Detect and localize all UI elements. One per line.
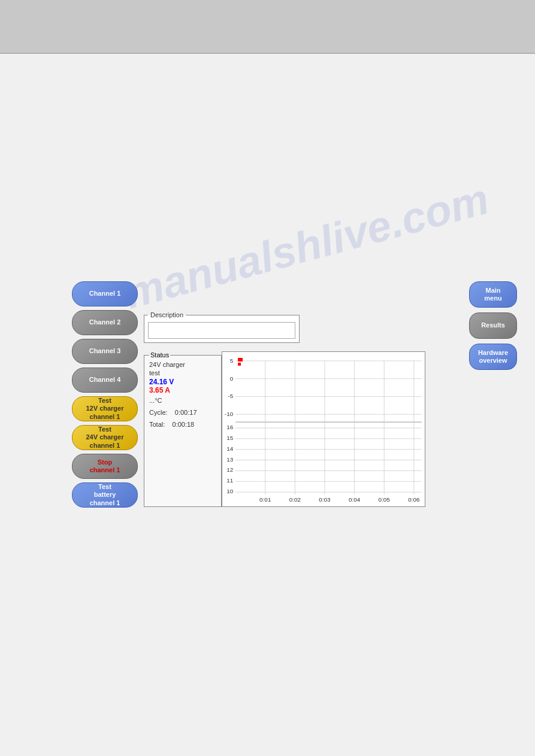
svg-text:0:03: 0:03 [319, 496, 331, 503]
svg-text:-5: -5 [228, 393, 233, 399]
cycle-value: 0:00:17 [175, 409, 197, 416]
channel2-button[interactable]: Channel 2 [72, 310, 138, 335]
cycle-label: Cycle: [149, 409, 168, 416]
status-chart-row: Status 24V charger test 24.16 V 3.65 A .… [144, 351, 425, 507]
stop-button[interactable]: Stop channel 1 [72, 454, 138, 479]
status-temp: ...°C [149, 397, 216, 404]
test12v-button[interactable]: Test 12V charger channel 1 [72, 396, 138, 421]
svg-text:0:01: 0:01 [259, 496, 271, 503]
svg-text:0:05: 0:05 [379, 496, 391, 503]
svg-text:0:04: 0:04 [349, 496, 361, 503]
status-cycle: Cycle: 0:00:17 [149, 409, 216, 416]
svg-text:5: 5 [230, 357, 234, 364]
channel4-button[interactable]: Channel 4 [72, 368, 138, 393]
status-fieldset: Status 24V charger test 24.16 V 3.65 A .… [144, 351, 222, 507]
description-fieldset: Description [144, 311, 300, 343]
top-bar [0, 0, 535, 54]
svg-text:0: 0 [230, 375, 234, 382]
svg-text:16: 16 [226, 424, 234, 430]
center-panel: Description Status 24V charger test 24.1… [144, 311, 425, 507]
total-value: 0:00:18 [173, 421, 195, 428]
total-label: Total: [149, 421, 165, 428]
svg-text:0:02: 0:02 [289, 496, 301, 503]
chart-area: 5 0 -5 -10 16 15 14 13 12 11 10 [222, 351, 425, 507]
chart-svg: 5 0 -5 -10 16 15 14 13 12 11 10 [222, 352, 425, 506]
status-current: 3.65 A [149, 386, 216, 394]
svg-text:12: 12 [226, 466, 234, 473]
right-panel: Main menu Results Hardware overview [469, 281, 517, 370]
svg-text:0:06: 0:06 [408, 496, 420, 503]
test-battery-button[interactable]: Test battery channel 1 [72, 482, 138, 508]
svg-text:14: 14 [226, 445, 234, 452]
svg-text:13: 13 [226, 456, 234, 463]
svg-text:10: 10 [226, 488, 234, 494]
left-panel: Channel 1 Channel 2 Channel 3 Channel 4 … [72, 281, 138, 508]
svg-text:-10: -10 [225, 411, 234, 417]
status-voltage: 24.16 V [149, 378, 216, 386]
status-total: Total: 0:00:18 [149, 421, 216, 428]
status-legend: Status [149, 351, 170, 359]
svg-text:15: 15 [226, 435, 234, 441]
results-button[interactable]: Results [469, 312, 517, 339]
main-content: manualshlive.com Channel 1 Channel 2 Cha… [0, 54, 535, 756]
test24v-button[interactable]: Test 24V charger channel 1 [72, 425, 138, 450]
watermark: manualshlive.com [120, 174, 494, 318]
description-input[interactable] [148, 322, 295, 339]
status-line2: test [149, 369, 216, 377]
status-line1: 24V charger [149, 361, 216, 368]
svg-text:11: 11 [226, 477, 234, 484]
channel3-button[interactable]: Channel 3 [72, 339, 138, 364]
svg-rect-36 [238, 363, 241, 366]
main-menu-button[interactable]: Main menu [469, 281, 517, 308]
hardware-overview-button[interactable]: Hardware overview [469, 344, 517, 370]
svg-rect-35 [238, 358, 243, 362]
channel1-button[interactable]: Channel 1 [72, 281, 138, 306]
description-legend: Description [148, 311, 186, 318]
